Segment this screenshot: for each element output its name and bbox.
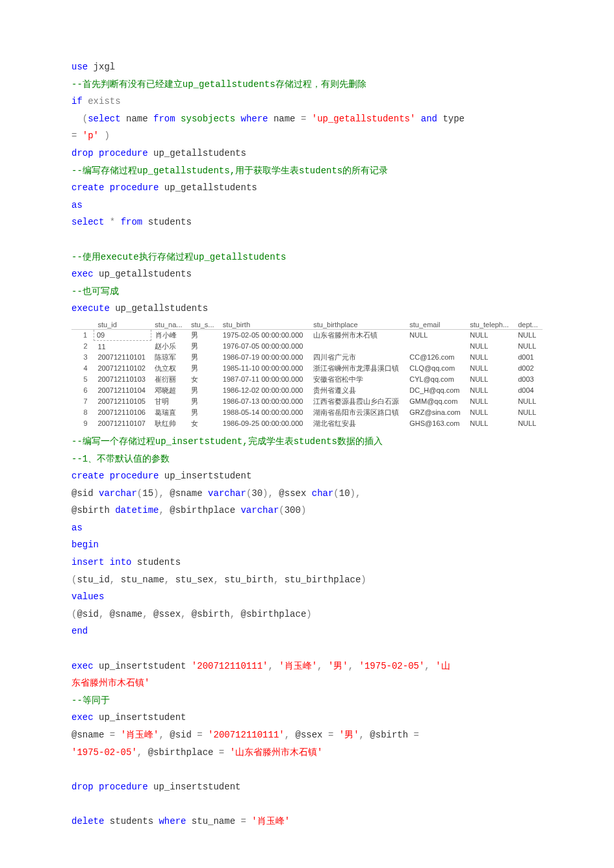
code-token: , bbox=[159, 730, 164, 740]
table-cell: 女 bbox=[187, 418, 219, 429]
code-token: @sname bbox=[71, 730, 110, 740]
code-token: --使用execute执行存储过程up_getallstudents bbox=[71, 252, 286, 262]
code-line: as bbox=[71, 519, 543, 537]
code-line: insert into students bbox=[71, 554, 543, 571]
code-token: 'up_getallstudents' bbox=[312, 114, 416, 124]
code-block-after-table: --编写一个存储过程up_insertstudent,完成学生表students… bbox=[71, 433, 543, 830]
code-token: from bbox=[121, 217, 143, 227]
code-token: sysobjects bbox=[181, 114, 235, 124]
table-cell: NULL bbox=[514, 329, 543, 341]
code-token: values bbox=[71, 591, 104, 602]
table-cell: GMM@qq.com bbox=[405, 396, 466, 407]
table-cell: 1988-05-14 00:00:00.000 bbox=[219, 407, 309, 418]
table-cell: 男 bbox=[187, 396, 219, 407]
code-token: up_insertstudent bbox=[148, 782, 241, 792]
code-token: create bbox=[71, 182, 104, 193]
code-token: execute bbox=[71, 303, 110, 314]
code-token: name bbox=[268, 114, 301, 124]
code-token: up_getallstudents bbox=[159, 182, 257, 193]
code-token: ( bbox=[71, 114, 88, 124]
code-token: from bbox=[153, 114, 175, 124]
code-token: , bbox=[110, 575, 115, 585]
code-line: drop procedure up_insertstudent bbox=[71, 778, 543, 796]
code-line: (select name from sysobjects where name … bbox=[71, 110, 543, 128]
table-header-row: stu_idstu_na...stu_s...stu_birthstu_birt… bbox=[71, 320, 543, 330]
code-line: @sid varchar(15), @sname varchar(30), @s… bbox=[71, 485, 543, 502]
code-token: name bbox=[121, 114, 153, 124]
code-token: datetime bbox=[115, 505, 159, 515]
table-header-cell: stu_birth bbox=[219, 320, 309, 330]
code-token bbox=[175, 114, 181, 124]
code-token: up_insertstudent bbox=[94, 712, 186, 723]
code-token: '1975-02-05' bbox=[359, 661, 425, 671]
code-token: char bbox=[312, 488, 334, 499]
table-header-cell bbox=[71, 320, 94, 330]
code-line: '1975-02-05', @sbirthplace = '山东省滕州市木石镇' bbox=[71, 744, 543, 762]
code-token: , bbox=[159, 505, 164, 515]
code-token: = bbox=[414, 730, 419, 740]
code-line: create procedure up_insertstudent bbox=[71, 467, 543, 485]
table-cell: CLQ@qq.com bbox=[405, 363, 466, 374]
table-cell: 1976-07-05 00:00:00.000 bbox=[219, 341, 309, 352]
code-line bbox=[71, 761, 543, 778]
code-token: into bbox=[110, 557, 132, 567]
code-token: stu_birth bbox=[219, 575, 274, 585]
table-cell: 3 bbox=[71, 352, 94, 363]
code-line: as bbox=[71, 197, 543, 214]
code-token: @sbirthplace bbox=[164, 505, 241, 515]
table-cell: NULL bbox=[466, 352, 514, 363]
code-token: varchar bbox=[99, 488, 137, 499]
code-token: ) bbox=[301, 505, 306, 515]
code-token: '男' bbox=[328, 661, 348, 671]
code-line: exec up_getallstudents bbox=[71, 266, 543, 283]
code-token: ), bbox=[153, 488, 164, 499]
code-token bbox=[104, 182, 109, 193]
code-token: stu_sex bbox=[170, 575, 213, 585]
code-line: --编写存储过程up_getallstudents,用于获取学生表student… bbox=[71, 162, 543, 180]
code-token: select bbox=[88, 114, 120, 124]
code-token bbox=[83, 96, 88, 106]
table-cell: 邓晓超 bbox=[151, 385, 187, 396]
code-token: @sbirth bbox=[365, 730, 414, 740]
table-cell: GRZ@sina.com bbox=[405, 407, 466, 418]
code-token: select bbox=[71, 217, 104, 227]
code-line: 东省滕州市木石镇' bbox=[71, 675, 543, 692]
code-token: procedure bbox=[110, 182, 159, 193]
code-token: procedure bbox=[99, 782, 148, 792]
table-header-cell: stu_email bbox=[405, 320, 466, 330]
code-token bbox=[71, 643, 77, 654]
code-token: begin bbox=[71, 539, 99, 550]
table-cell: 1987-07-11 00:00:00.000 bbox=[219, 374, 309, 385]
code-token: @ssex bbox=[148, 609, 181, 619]
code-token: jxgl bbox=[88, 62, 115, 72]
table-cell: 6 bbox=[71, 385, 94, 396]
table-cell: 1986-07-13 00:00:00.000 bbox=[219, 396, 309, 407]
code-token: 'p' bbox=[83, 130, 99, 141]
table-cell: 浙江省嵊州市龙潭县溪口镇 bbox=[309, 363, 405, 374]
table-cell: NULL bbox=[466, 418, 514, 429]
code-token: '肖玉峰' bbox=[251, 816, 290, 826]
code-token: procedure bbox=[99, 148, 148, 158]
code-token: varchar bbox=[240, 505, 279, 515]
table-header-cell: stu_na... bbox=[151, 320, 187, 330]
code-token bbox=[203, 730, 208, 740]
code-token: , bbox=[230, 609, 235, 619]
code-token: * bbox=[110, 217, 115, 227]
code-line: --等同于 bbox=[71, 692, 543, 710]
code-line: = 'p' ) bbox=[71, 127, 543, 145]
code-token: students bbox=[131, 557, 181, 567]
table-cell bbox=[405, 341, 466, 352]
code-line: values bbox=[71, 588, 543, 606]
table-row: 9200712110107耿红帅女1986-09-25 00:00:00.000… bbox=[71, 418, 543, 429]
code-token: as bbox=[71, 200, 83, 210]
table-cell bbox=[309, 341, 405, 352]
code-token: '200712110111' bbox=[208, 730, 285, 740]
code-token: @sid bbox=[164, 730, 197, 740]
code-token: @ssex bbox=[290, 730, 328, 740]
code-token: = bbox=[219, 747, 224, 758]
code-token: , bbox=[268, 661, 273, 671]
code-token: '200712110111' bbox=[192, 661, 268, 671]
code-token: --首先判断有没有已经建立up_getallstudents存储过程，有则先删除 bbox=[71, 79, 366, 90]
table-cell: 甘明 bbox=[151, 396, 187, 407]
code-token: drop bbox=[71, 148, 94, 158]
